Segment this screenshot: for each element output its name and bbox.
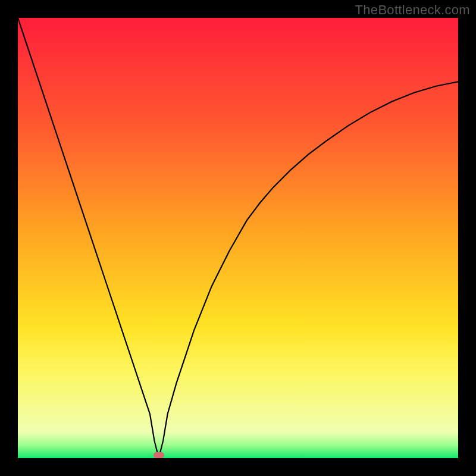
chart-outer: TheBottleneck.com (0, 0, 476, 476)
line-series-bottleneck (18, 18, 458, 458)
plot-area (18, 18, 458, 458)
bottleneck-marker (154, 452, 164, 458)
chart-curve (18, 18, 458, 458)
watermark-text: TheBottleneck.com (355, 2, 470, 18)
